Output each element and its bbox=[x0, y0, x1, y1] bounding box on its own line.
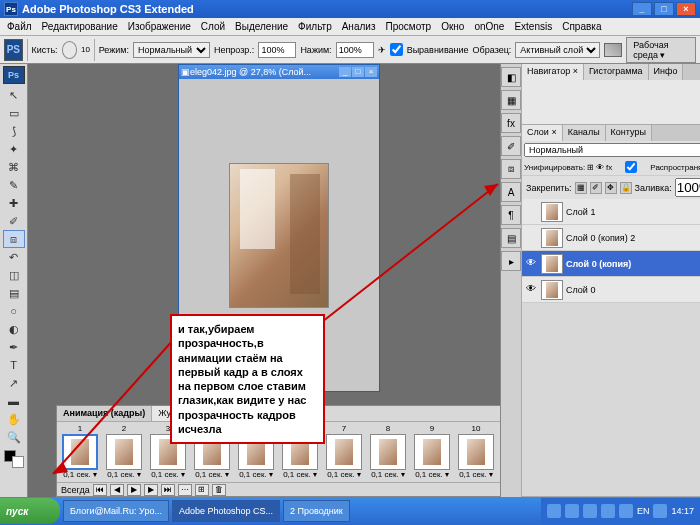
first-frame-button[interactable]: ⏮ bbox=[93, 484, 107, 496]
blend-mode-select[interactable]: Нормальный bbox=[133, 42, 210, 58]
visibility-toggle[interactable] bbox=[524, 205, 538, 219]
menu-extensis[interactable]: Extensis bbox=[509, 19, 557, 34]
menu-file[interactable]: Файл bbox=[2, 19, 37, 34]
lasso-tool[interactable]: ⟆ bbox=[3, 122, 25, 140]
color-swatch[interactable] bbox=[4, 450, 24, 468]
layer-comps-icon[interactable]: ▤ bbox=[501, 228, 521, 248]
doc-maximize-button[interactable]: □ bbox=[352, 67, 364, 77]
close-button[interactable]: × bbox=[676, 2, 696, 16]
path-tool[interactable]: ↗ bbox=[3, 374, 25, 392]
stamp-tool[interactable]: ⧇ bbox=[3, 230, 25, 248]
layer-row[interactable]: 👁Слой 0 bbox=[522, 277, 700, 303]
airbrush-icon[interactable]: ✈ bbox=[378, 45, 386, 55]
tray-icon[interactable] bbox=[547, 504, 561, 518]
dodge-tool[interactable]: ◐ bbox=[3, 320, 25, 338]
unify-position-icon[interactable]: ⊞ bbox=[587, 163, 594, 172]
brush-preview-icon[interactable] bbox=[62, 41, 77, 59]
prev-frame-button[interactable]: ◀ bbox=[110, 484, 124, 496]
unify-visibility-icon[interactable]: 👁 bbox=[596, 163, 604, 172]
last-frame-button[interactable]: ⏭ bbox=[161, 484, 175, 496]
layer-row[interactable]: Слой 0 (копия) 2 bbox=[522, 225, 700, 251]
tray-icon[interactable] bbox=[565, 504, 579, 518]
task-button[interactable]: Блоги@Mail.Ru: Уро... bbox=[63, 500, 169, 522]
clone-source-icon[interactable]: ⧇ bbox=[501, 159, 521, 179]
start-button[interactable]: пуск bbox=[0, 498, 60, 524]
visibility-toggle[interactable] bbox=[524, 231, 538, 245]
tab-layers[interactable]: Слои × bbox=[522, 125, 563, 141]
actions-panel-icon[interactable]: ▸ bbox=[501, 251, 521, 271]
tab-histogram[interactable]: Гистограмма bbox=[584, 64, 649, 80]
history-brush-tool[interactable]: ↶ bbox=[3, 248, 25, 266]
menu-layer[interactable]: Слой bbox=[196, 19, 230, 34]
layer-blend-select[interactable]: Нормальный bbox=[524, 143, 700, 157]
propagate-checkbox[interactable] bbox=[614, 161, 648, 173]
doc-close-button[interactable]: × bbox=[365, 67, 377, 77]
pen-tool[interactable]: ✒ bbox=[3, 338, 25, 356]
menu-image[interactable]: Изображение bbox=[123, 19, 196, 34]
task-button[interactable]: Adobe Photoshop CS... bbox=[172, 500, 280, 522]
move-tool[interactable]: ↖ bbox=[3, 86, 25, 104]
sample-select[interactable]: Активный слой bbox=[515, 42, 600, 58]
tray-icon[interactable] bbox=[583, 504, 597, 518]
lock-all-icon[interactable]: 🔒 bbox=[620, 182, 632, 194]
aligned-checkbox[interactable] bbox=[390, 43, 403, 56]
eraser-tool[interactable]: ◫ bbox=[3, 266, 25, 284]
shape-tool[interactable]: ▬ bbox=[3, 392, 25, 410]
lock-position-icon[interactable]: ✥ bbox=[605, 182, 617, 194]
layer-row[interactable]: Слой 1 bbox=[522, 199, 700, 225]
menu-select[interactable]: Выделение bbox=[230, 19, 293, 34]
hand-tool[interactable]: ✋ bbox=[3, 410, 25, 428]
document-titlebar[interactable]: ▣ eleg042.jpg @ 27,8% (Слой... _ □ × bbox=[179, 65, 379, 79]
tab-navigator[interactable]: Навигатор × bbox=[522, 64, 584, 80]
tween-button[interactable]: ⋯ bbox=[178, 484, 192, 496]
brushes-panel-icon[interactable]: ✐ bbox=[501, 136, 521, 156]
eyedropper-tool[interactable]: ✎ bbox=[3, 176, 25, 194]
maximize-button[interactable]: □ bbox=[654, 2, 674, 16]
brush-tool[interactable]: ✐ bbox=[3, 212, 25, 230]
visibility-toggle[interactable]: 👁 bbox=[524, 283, 538, 297]
fill-input[interactable] bbox=[675, 178, 700, 197]
animation-frame[interactable]: 100,1 сек. ▾ bbox=[455, 424, 497, 480]
new-frame-button[interactable]: ⊞ bbox=[195, 484, 209, 496]
clock[interactable]: 14:17 bbox=[671, 506, 694, 516]
language-indicator[interactable]: EN bbox=[637, 506, 650, 516]
unify-style-icon[interactable]: fx bbox=[606, 163, 612, 172]
minimize-button[interactable]: _ bbox=[632, 2, 652, 16]
workspace-button[interactable]: Рабочая среда ▾ bbox=[626, 37, 696, 63]
tab-channels[interactable]: Каналы bbox=[563, 125, 606, 141]
zoom-tool[interactable]: 🔍 bbox=[3, 428, 25, 446]
styles-panel-icon[interactable]: fx bbox=[501, 113, 521, 133]
tray-icon[interactable] bbox=[653, 504, 667, 518]
gradient-tool[interactable]: ▤ bbox=[3, 284, 25, 302]
loop-select[interactable]: Всегда bbox=[61, 485, 90, 495]
visibility-toggle[interactable]: 👁 bbox=[524, 257, 538, 271]
crop-tool[interactable]: ⌘ bbox=[3, 158, 25, 176]
wand-tool[interactable]: ✦ bbox=[3, 140, 25, 158]
menu-help[interactable]: Справка bbox=[557, 19, 606, 34]
blur-tool[interactable]: ○ bbox=[3, 302, 25, 320]
color-panel-icon[interactable]: ◧ bbox=[501, 67, 521, 87]
delete-frame-button[interactable]: 🗑 bbox=[212, 484, 226, 496]
heal-tool[interactable]: ✚ bbox=[3, 194, 25, 212]
flow-input[interactable] bbox=[336, 42, 374, 58]
menu-edit[interactable]: Редактирование bbox=[37, 19, 123, 34]
tab-info[interactable]: Инфо bbox=[649, 64, 684, 80]
menu-window[interactable]: Окно bbox=[436, 19, 469, 34]
lock-transparency-icon[interactable]: ▦ bbox=[575, 182, 587, 194]
opacity-input[interactable] bbox=[258, 42, 296, 58]
tray-icon[interactable] bbox=[619, 504, 633, 518]
doc-minimize-button[interactable]: _ bbox=[339, 67, 351, 77]
task-button[interactable]: 2 Проводник bbox=[283, 500, 350, 522]
marquee-tool[interactable]: ▭ bbox=[3, 104, 25, 122]
animation-frame[interactable]: 80,1 сек. ▾ bbox=[367, 424, 409, 480]
swatches-panel-icon[interactable]: ▦ bbox=[501, 90, 521, 110]
navigator-body[interactable] bbox=[522, 80, 700, 124]
play-button[interactable]: ▶ bbox=[127, 484, 141, 496]
menu-analysis[interactable]: Анализ bbox=[337, 19, 381, 34]
system-tray[interactable]: EN 14:17 bbox=[541, 498, 700, 524]
lock-pixels-icon[interactable]: ✐ bbox=[590, 182, 602, 194]
menu-view[interactable]: Просмотр bbox=[380, 19, 436, 34]
next-frame-button[interactable]: ▶ bbox=[144, 484, 158, 496]
tray-icon[interactable] bbox=[601, 504, 615, 518]
type-tool[interactable]: T bbox=[3, 356, 25, 374]
